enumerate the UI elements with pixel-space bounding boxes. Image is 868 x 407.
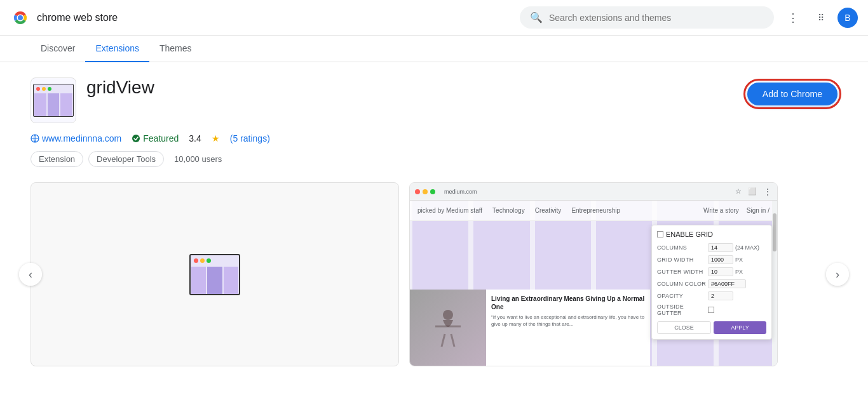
apps-icon: ⠿ [818,13,824,23]
website-text: www.medinnna.com [42,133,121,143]
screenshot-2: medium.com ☆ ⬜ ⋮ [409,182,778,366]
browser-max-dot [430,189,435,194]
grid-control-panel: ENABLE GRID COLUMNS 14 (24 MAX) GRID WID… [651,225,772,340]
next-screenshot-button[interactable]: › [826,263,849,286]
nav-discover[interactable]: Discover [31,36,85,62]
browser-min-dot [423,189,428,194]
opacity-input[interactable]: 2 [708,291,733,300]
svg-point-4 [132,135,140,142]
mini-dot-yellow [200,258,205,263]
panel-apply-button[interactable]: APPLY [714,321,766,334]
scrollbar[interactable] [772,201,777,366]
browser-menu-icon: ⋮ [763,187,772,197]
browser-dots [415,189,435,194]
column-color-input[interactable]: #6A00FF [708,279,746,288]
extension-title-section: gridView [86,77,747,98]
featured-icon [132,134,140,143]
opacity-label: OPACITY [657,293,708,299]
browser-toolbar: medium.com ☆ ⬜ ⋮ [410,183,777,201]
svg-point-2 [18,15,23,20]
browser-content: picked by Medium staff Technology Creati… [410,201,777,366]
mini-extension-icon [189,254,240,295]
svg-point-5 [443,310,453,320]
column-color-label: COLUMN COLOR [657,281,708,287]
columns-label: COLUMNS [657,244,708,251]
article-body: "If you want to live an exceptional and … [491,314,645,328]
prev-screenshot-button[interactable]: ‹ [19,263,42,286]
panel-header: ENABLE GRID [657,230,766,238]
gutter-width-unit: PX [735,269,743,275]
medium-nav: picked by Medium staff Technology Creati… [410,201,777,221]
scrollbar-thumb [773,213,776,251]
ratings-link[interactable]: (5 ratings) [230,133,270,143]
chrome-logo [10,8,31,28]
browser-star-icon: ☆ [735,187,742,196]
article-title: Living an Extraordinary Means Giving Up … [491,295,645,311]
grid-width-input[interactable]: 1000 [708,255,733,264]
search-input[interactable] [549,13,764,23]
search-bar[interactable]: 🔍 [520,6,774,29]
enable-grid-checkbox[interactable] [657,231,663,237]
header: chrome web store 🔍 ⋮ ⠿ B [0,0,868,36]
article-image [410,290,486,366]
header-icons: ⋮ ⠿ B [782,6,858,29]
icon-col-1 [34,93,46,117]
tag-developer-tools[interactable]: Developer Tools [88,151,164,167]
outside-gutter-label: OUTSIDE GUTTER [657,304,708,316]
extension-icon [31,77,76,123]
gutter-width-input[interactable]: 10 [708,267,733,276]
website-icon [31,134,39,143]
meta-row: www.medinnna.com Featured 3.4 ★ (5 ratin… [31,133,837,143]
icon-col-2 [48,93,60,117]
medium-nav-item-2: Technology [492,207,525,214]
grid-width-label: GRID WIDTH [657,257,708,263]
dot-red [36,87,40,91]
screenshots-area: ‹ [31,182,837,366]
columns-input[interactable]: 14 [708,243,733,252]
tags-row: Extension Developer Tools 10,000 users [31,151,837,167]
mini-col-1 [191,267,206,295]
icon-col-3 [60,93,72,117]
browser-mock: medium.com ☆ ⬜ ⋮ [410,183,777,366]
panel-outside-gutter-row: OUTSIDE GUTTER [657,304,766,316]
medium-nav-item-4: Entrepreneurship [571,207,620,214]
app-title: chrome web store [37,12,118,23]
panel-opacity-row: OPACITY 2 [657,291,766,300]
users-count: 10,000 users [174,154,222,164]
sign-in-link: Sign in / [747,207,770,214]
rating-value: 3.4 [189,133,201,143]
medium-nav-item-1: picked by Medium staff [417,207,482,214]
article-silhouette [429,302,467,353]
featured-label: Featured [143,133,179,143]
avatar[interactable]: B [837,8,858,28]
chevron-right-icon: › [836,268,839,281]
panel-grid-width-row: GRID WIDTH 1000 PX [657,255,766,264]
dot-green [48,87,51,91]
more-options-button[interactable]: ⋮ [782,6,804,29]
browser-url: medium.com [444,189,477,195]
add-to-chrome-button[interactable]: Add to Chrome [747,83,837,105]
panel-close-button[interactable]: CLOSE [657,321,711,334]
browser-close-dot [415,189,420,194]
outside-gutter-checkbox[interactable] [708,307,714,313]
mini-dot-green [207,258,211,263]
nav-extensions[interactable]: Extensions [85,36,149,62]
extension-title: gridView [86,77,747,98]
medium-nav-item-3: Creativity [535,207,562,214]
extension-website[interactable]: www.medinnna.com [31,133,121,143]
mini-col-3 [224,267,238,295]
medium-article-area: Living an Extraordinary Means Giving Up … [410,290,650,366]
nav-themes[interactable]: Themes [149,36,202,62]
extension-header: gridView Add to Chrome [31,77,837,123]
mini-dot-red [194,258,198,263]
grid-width-unit: PX [735,257,743,263]
panel-buttons: CLOSE APPLY [657,321,766,334]
search-icon: 🔍 [530,11,543,23]
enable-grid-label: ENABLE GRID [666,230,713,238]
tag-extension[interactable]: Extension [31,151,83,167]
logo-area: chrome web store [10,8,118,28]
panel-columns-row: COLUMNS 14 (24 MAX) [657,243,766,252]
screenshots-container: medium.com ☆ ⬜ ⋮ [31,182,837,366]
apps-button[interactable]: ⠿ [810,6,832,29]
write-story-link: Write a story [703,207,739,214]
